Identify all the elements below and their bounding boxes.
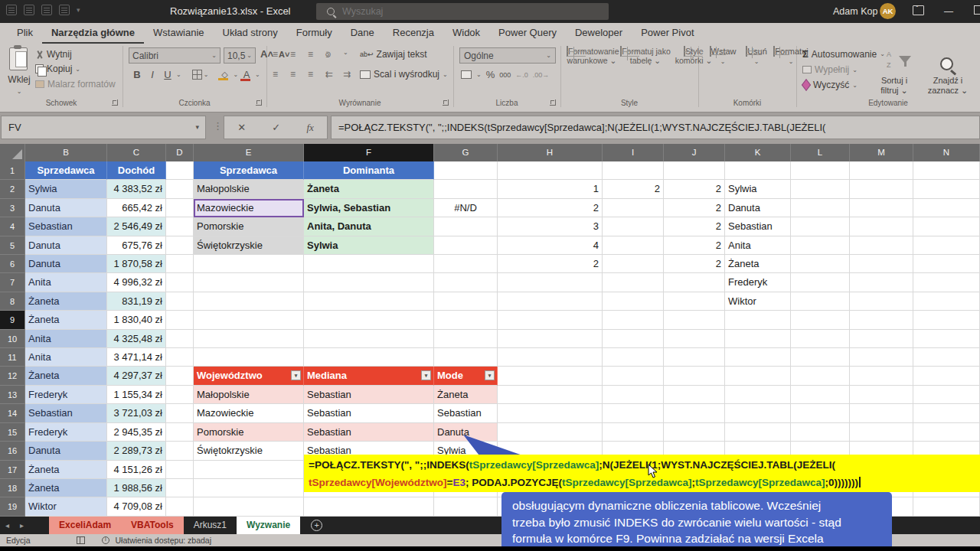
- sheet-tab-wyzwanie[interactable]: Wyzwanie: [237, 517, 300, 534]
- cell-J6[interactable]: 2: [664, 255, 725, 273]
- cell-N19[interactable]: [913, 497, 980, 516]
- sheet-tab-vbatools[interactable]: VBATools: [121, 517, 184, 534]
- alignment-dialog-launcher[interactable]: [443, 99, 449, 106]
- cell-E4[interactable]: Pomorskie: [194, 217, 304, 236]
- user-name[interactable]: Adam Kop: [833, 6, 877, 17]
- row-header-1[interactable]: 1: [0, 161, 25, 180]
- increase-font-icon[interactable]: A˄: [260, 48, 273, 60]
- fill-color-dropdown-icon[interactable]: ⌄: [233, 71, 238, 78]
- formula-bar-handle[interactable]: ⋮: [213, 120, 221, 132]
- cell-I1[interactable]: [603, 161, 664, 180]
- cell-B19[interactable]: Wiktor: [25, 497, 107, 516]
- cell-F11[interactable]: [304, 348, 434, 367]
- cell-L13[interactable]: [791, 386, 850, 404]
- cell-K9[interactable]: [725, 311, 791, 329]
- row-header-14[interactable]: 14: [0, 404, 25, 422]
- copy-button[interactable]: Kopiuj⌄: [35, 64, 80, 74]
- cell-H14[interactable]: [498, 404, 603, 422]
- cell-N6[interactable]: [913, 255, 980, 273]
- row-header-6[interactable]: 6: [0, 255, 25, 273]
- align-middle-icon[interactable]: ≡: [290, 49, 302, 60]
- column-header-D[interactable]: D: [166, 144, 194, 161]
- qat-icon[interactable]: [6, 5, 17, 15]
- cell-K3[interactable]: Danuta: [725, 199, 791, 217]
- cell-E2[interactable]: Małopolskie: [194, 180, 304, 198]
- cell-G8[interactable]: [434, 292, 498, 311]
- cell-L12[interactable]: [791, 367, 850, 385]
- row-header-17[interactable]: 17: [0, 461, 25, 479]
- ribbon-tab-power-query[interactable]: Power Query: [489, 23, 566, 44]
- cell-J10[interactable]: [664, 330, 725, 348]
- row-header-15[interactable]: 15: [0, 423, 25, 442]
- cell-B4[interactable]: Sebastian: [25, 217, 107, 236]
- sort-filter-button[interactable]: Sortuj i filtruj ⌄: [871, 76, 917, 96]
- qat-customize-icon[interactable]: ▾: [77, 6, 80, 14]
- ribbon-tab-układ-strony[interactable]: Układ strony: [214, 23, 287, 44]
- cell-G7[interactable]: [434, 273, 498, 292]
- cell-E6[interactable]: [194, 255, 304, 273]
- cell-M11[interactable]: [850, 348, 913, 367]
- cell-H11[interactable]: [498, 348, 603, 367]
- cell-E13[interactable]: Małopolskie: [194, 386, 304, 404]
- cell-M7[interactable]: [850, 273, 913, 292]
- cell-D10[interactable]: [166, 330, 194, 348]
- cell-N4[interactable]: [913, 217, 980, 236]
- cell-F14[interactable]: Sebastian: [304, 404, 434, 422]
- cell-D13[interactable]: [166, 386, 194, 404]
- cell-F1[interactable]: Dominanta: [304, 161, 434, 180]
- cell-J2[interactable]: 2: [664, 180, 725, 198]
- cell-L1[interactable]: [791, 161, 850, 180]
- cell-C2[interactable]: 4 383,52 zł: [107, 180, 166, 198]
- cell-B16[interactable]: Danuta: [25, 442, 107, 460]
- cell-K2[interactable]: Sylwia: [725, 180, 791, 198]
- cell-E3[interactable]: Mazowieckie: [194, 199, 304, 217]
- cell-F6[interactable]: [304, 255, 434, 273]
- cell-J15[interactable]: [664, 423, 725, 442]
- cell-D19[interactable]: [166, 497, 194, 516]
- cell-F2[interactable]: Żaneta: [304, 180, 434, 198]
- cell-F15[interactable]: Sebastian: [304, 423, 434, 442]
- currency-format-icon[interactable]: [461, 70, 472, 79]
- row-header-2[interactable]: 2: [0, 180, 25, 198]
- cell-B5[interactable]: Danuta: [25, 236, 107, 255]
- cell-L9[interactable]: [791, 311, 850, 329]
- cell-C6[interactable]: 1 870,58 zł: [107, 255, 166, 273]
- row-header-13[interactable]: 13: [0, 386, 25, 404]
- cell-N12[interactable]: [913, 367, 980, 385]
- cancel-icon[interactable]: ✕: [237, 122, 246, 133]
- row-header-5[interactable]: 5: [0, 236, 25, 255]
- cell-E1[interactable]: Sprzedawca: [194, 161, 304, 180]
- formula-input[interactable]: =POŁĄCZ.TEKSTY(", ";;INDEKS(tSprzedawcy[…: [331, 116, 980, 139]
- italic-button[interactable]: I: [145, 69, 159, 80]
- ribbon-display-icon[interactable]: [913, 5, 924, 15]
- cell-G9[interactable]: [434, 311, 498, 329]
- cell-J12[interactable]: [664, 367, 725, 385]
- column-header-J[interactable]: J: [664, 144, 725, 161]
- row-header-16[interactable]: 16: [0, 442, 25, 460]
- row-header-10[interactable]: 10: [0, 330, 25, 348]
- cell-D11[interactable]: [166, 348, 194, 367]
- underline-dropdown-icon[interactable]: ⌄: [176, 71, 181, 78]
- row-header-9[interactable]: 9: [0, 311, 25, 329]
- cell-H8[interactable]: [498, 292, 603, 311]
- cell-K15[interactable]: [725, 423, 791, 442]
- cell-L14[interactable]: [791, 404, 850, 422]
- cell-N8[interactable]: [913, 292, 980, 311]
- row-header-12[interactable]: 12: [0, 367, 25, 385]
- cell-H13[interactable]: [498, 386, 603, 404]
- cell-I13[interactable]: [603, 386, 664, 404]
- paste-button[interactable]: Wklej⌄: [6, 74, 32, 96]
- ribbon-tab-widok[interactable]: Widok: [443, 23, 489, 44]
- cell-D9[interactable]: [166, 311, 194, 329]
- cell-H12[interactable]: [498, 367, 603, 385]
- cell-N5[interactable]: [913, 236, 980, 255]
- cell-G3[interactable]: #N/D: [434, 199, 498, 217]
- cell-D4[interactable]: [166, 217, 194, 236]
- cell-B12[interactable]: Żaneta: [25, 367, 107, 385]
- cell-D3[interactable]: [166, 199, 194, 217]
- cut-button[interactable]: Wytnij: [35, 49, 72, 60]
- search-input[interactable]: [342, 6, 572, 17]
- font-name-select[interactable]: Calibri⌄: [129, 47, 220, 64]
- filter-icon[interactable]: ▾: [421, 370, 431, 380]
- column-header-B[interactable]: B: [25, 144, 107, 161]
